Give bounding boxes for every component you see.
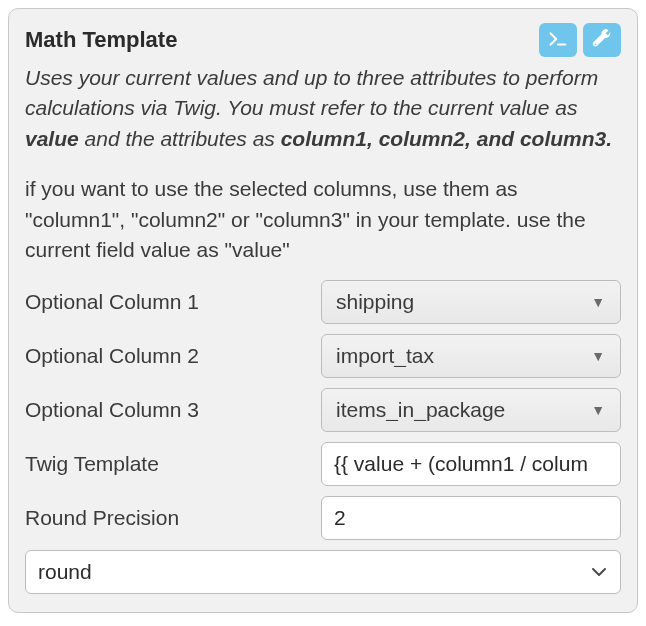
terminal-button[interactable] — [539, 23, 577, 57]
description-bold-value: value — [25, 127, 79, 150]
form-row-round-mode: round — [25, 550, 621, 594]
select-col2[interactable]: import_tax — [321, 334, 621, 378]
select-col3[interactable]: items_in_package — [321, 388, 621, 432]
round-precision-input[interactable] — [321, 496, 621, 540]
wrench-icon — [591, 28, 613, 53]
form-row-twig: Twig Template — [25, 442, 621, 486]
round-mode-select[interactable]: round — [25, 550, 621, 594]
input-wrap-round-precision — [321, 496, 621, 540]
select-wrap-col3: items_in_package ▼ — [321, 388, 621, 432]
label-col1: Optional Column 1 — [25, 290, 307, 314]
label-col3: Optional Column 3 — [25, 398, 307, 422]
header-icon-buttons — [539, 23, 621, 57]
description-bold-columns: column1, column2, and column3. — [281, 127, 612, 150]
form-row-col3: Optional Column 3 items_in_package ▼ — [25, 388, 621, 432]
label-twig: Twig Template — [25, 452, 307, 476]
panel-hint: if you want to use the selected columns,… — [25, 174, 621, 265]
input-wrap-twig — [321, 442, 621, 486]
description-text: Uses your current values and up to three… — [25, 66, 598, 119]
twig-template-input[interactable] — [321, 442, 621, 486]
select-wrap-col1: shipping ▼ — [321, 280, 621, 324]
label-col2: Optional Column 2 — [25, 344, 307, 368]
select-wrap-col2: import_tax ▼ — [321, 334, 621, 378]
form-row-col2: Optional Column 2 import_tax ▼ — [25, 334, 621, 378]
settings-button[interactable] — [583, 23, 621, 57]
terminal-icon — [547, 28, 569, 53]
panel-header: Math Template — [25, 23, 621, 57]
panel-description: Uses your current values and up to three… — [25, 63, 621, 154]
label-round-precision: Round Precision — [25, 506, 307, 530]
form-row-col1: Optional Column 1 shipping ▼ — [25, 280, 621, 324]
form-row-round-precision: Round Precision — [25, 496, 621, 540]
math-template-panel: Math Template Uses your current — [8, 8, 638, 613]
description-text: and the attributes as — [79, 127, 281, 150]
panel-title: Math Template — [25, 27, 177, 53]
select-col1[interactable]: shipping — [321, 280, 621, 324]
